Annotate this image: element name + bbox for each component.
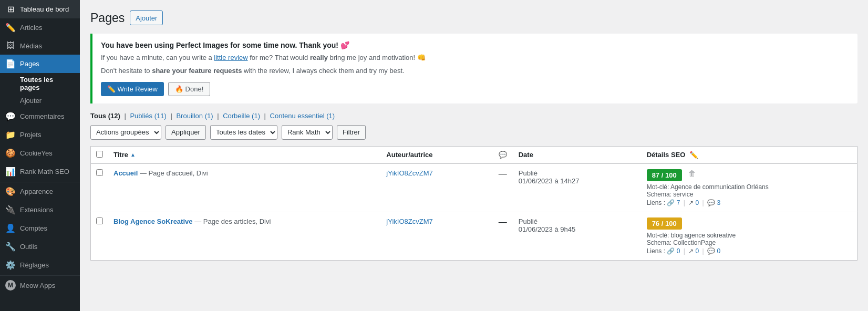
row2-schema-value: CollectionPage (673, 239, 716, 246)
page-header: Pages Ajouter (90, 11, 857, 25)
cookieyes-icon: 🍪 (5, 148, 16, 158)
row2-seo-cell: 76 / 100 Mot-clé: blog agence sokreative… (642, 212, 857, 260)
col-title: Titre ▲ (108, 146, 381, 163)
done-button[interactable]: 🔥 Done! (168, 82, 210, 96)
sidebar-item-cookieyes[interactable]: 🍪 CookieYes (0, 144, 80, 162)
row1-link1-val[interactable]: 7 (677, 199, 680, 206)
sidebar-item-articles[interactable]: ✏️ Articles (0, 18, 80, 37)
dashboard-icon: ⊞ (5, 4, 16, 14)
sidebar-item-comptes[interactable]: 👤 Comptes (0, 219, 80, 237)
filter-trash[interactable]: Corbeille (1) (223, 112, 260, 120)
sidebar-item-label: Commentaires (20, 112, 65, 120)
sidebar-item-label: Outils (20, 243, 37, 251)
sidebar-item-rankmath[interactable]: 📊 Rank Math SEO (0, 162, 80, 181)
add-page-button[interactable]: Ajouter (130, 11, 163, 25)
filter-all[interactable]: Tous (12) (90, 112, 120, 120)
row1-keyword-value: Agence de communication Orléans (670, 183, 769, 191)
seo-edit-icon[interactable]: ✏️ (689, 151, 698, 159)
write-review-button[interactable]: ✏️ Write Review (101, 82, 164, 96)
pages-icon: 📄 (5, 59, 16, 69)
row1-page-link[interactable]: Accueil (113, 169, 138, 177)
sidebar-item-pages[interactable]: 📄 Pages (0, 55, 80, 73)
row2-link2-val[interactable]: 0 (696, 247, 699, 255)
apply-button[interactable]: Appliquer (166, 125, 206, 140)
row1-date-cell: Publié 01/06/2023 à 14h27 (513, 163, 642, 212)
sidebar-item-extensions[interactable]: 🔌 Extensions (0, 201, 80, 219)
row1-link1-icon: 🔗 (667, 199, 675, 206)
row2-checkbox[interactable] (96, 217, 103, 224)
sidebar-item-outils[interactable]: 🔧 Outils (0, 237, 80, 256)
row1-checkbox[interactable] (96, 169, 103, 176)
little-review-link[interactable]: little review (214, 54, 247, 61)
row2-seo-score: 76 / 100 (647, 217, 682, 230)
sidebar-item-label: Médias (20, 42, 42, 50)
rankmath-select[interactable]: Rank Math (282, 125, 333, 140)
notice-line1: If you have a minute, can you write a li… (101, 53, 849, 64)
meowapps-icon: M (5, 280, 16, 291)
row1-checkbox-cell (91, 163, 109, 212)
row1-seo-score: 87 / 100 (647, 169, 682, 181)
row1-author-link[interactable]: jYikIO8ZcvZM7 (386, 169, 432, 177)
row2-schema-label: Schema: (647, 239, 674, 246)
select-all-checkbox[interactable] (96, 151, 103, 158)
sidebar-item-label: Extensions (20, 206, 54, 214)
row2-link3-icon: 💬 (707, 247, 715, 255)
table-row: Blog Agence SoKreative — Page des articl… (91, 212, 857, 260)
filter-links: Tous (12) | Publiés (11) | Brouillon (1)… (90, 112, 857, 120)
filter-draft[interactable]: Brouillon (1) (176, 112, 213, 120)
row2-link3-val[interactable]: 0 (717, 247, 720, 255)
row2-links: Liens : 🔗 0 | ↗ 0 | 💬 0 (647, 247, 852, 255)
filter-button[interactable]: Filtrer (337, 125, 366, 140)
col-seo: Détails SEO ✏️ (642, 146, 857, 163)
row2-comment-cell: — (492, 212, 513, 260)
sidebar-item-projets[interactable]: 📁 Projets (0, 126, 80, 144)
row2-checkbox-cell (91, 212, 109, 260)
sidebar-subitem-ajouter[interactable]: Ajouter (0, 94, 80, 107)
filter-published[interactable]: Publiés (11) (130, 112, 166, 120)
sidebar-item-label: Projets (20, 131, 41, 139)
row2-page-link[interactable]: Blog Agence SoKreative (113, 217, 193, 225)
dates-select[interactable]: Toutes les dates (210, 125, 277, 140)
notice-line2: Don't hesitate to share your feature req… (101, 66, 849, 77)
sidebar-item-tableau[interactable]: ⊞ Tableau de bord (0, 0, 80, 18)
row1-comment-cell: — (492, 163, 513, 212)
row1-link3-val[interactable]: 3 (717, 199, 720, 206)
bulk-actions-select[interactable]: Actions groupées (90, 125, 161, 140)
sidebar-item-label: Apparence (20, 188, 53, 195)
row2-seo-details: Mot-clé: blog agence sokreative Schema: … (647, 232, 852, 255)
row2-date-cell: Publié 01/06/2023 à 9h45 (513, 212, 642, 260)
sidebar-item-label: Articles (20, 24, 43, 32)
row2-date-status: Publié (519, 217, 538, 225)
row1-seo-delete-icon[interactable]: 🗑 (688, 169, 696, 178)
row2-author-link[interactable]: jYikIO8ZcvZM7 (386, 217, 432, 225)
row1-schema-label: Schema: (647, 191, 674, 198)
row2-title-cell: Blog Agence SoKreative — Page des articl… (108, 212, 381, 260)
sidebar-item-meowapps[interactable]: M Meow Apps (0, 276, 80, 295)
sidebar-item-label: Rank Math SEO (20, 168, 69, 175)
row2-comment-val: — (499, 217, 507, 226)
table-row: Accueil — Page d'accueil, Divi jYikIO8Zc… (91, 163, 857, 212)
notice-actions: ✏️ Write Review 🔥 Done! (101, 82, 849, 96)
articles-icon: ✏️ (5, 23, 16, 33)
extensions-icon: 🔌 (5, 205, 16, 215)
row1-date-value: 01/06/2023 à 14h27 (519, 177, 580, 185)
row2-link1-val[interactable]: 0 (677, 247, 680, 255)
row1-link2-val[interactable]: 0 (696, 199, 699, 206)
reglages-icon: ⚙️ (5, 260, 16, 270)
sidebar-item-reglages[interactable]: ⚙️ Réglages (0, 256, 80, 274)
sidebar-item-label: Tableau de bord (20, 5, 69, 13)
projets-icon: 📁 (5, 130, 16, 140)
sort-title-icon[interactable]: ▲ (130, 152, 136, 158)
filter-essential[interactable]: Contenu essentiel (1) (270, 112, 335, 120)
sidebar-item-commentaires[interactable]: 💬 Commentaires (0, 107, 80, 126)
outils-icon: 🔧 (5, 242, 16, 252)
row1-seo-details: Mot-clé: Agence de communication Orléans… (647, 183, 852, 206)
sidebar-subitem-toutes-pages[interactable]: Toutes les pages (0, 73, 80, 94)
sidebar-item-label: Meow Apps (20, 282, 55, 289)
sidebar-item-medias[interactable]: 🖼 Médias (0, 37, 80, 55)
apparence-icon: 🎨 (5, 186, 16, 196)
page-title: Pages (90, 11, 125, 25)
col-date: Date (513, 146, 642, 163)
sidebar-item-apparence[interactable]: 🎨 Apparence (0, 182, 80, 201)
row2-author-cell: jYikIO8ZcvZM7 (381, 212, 492, 260)
